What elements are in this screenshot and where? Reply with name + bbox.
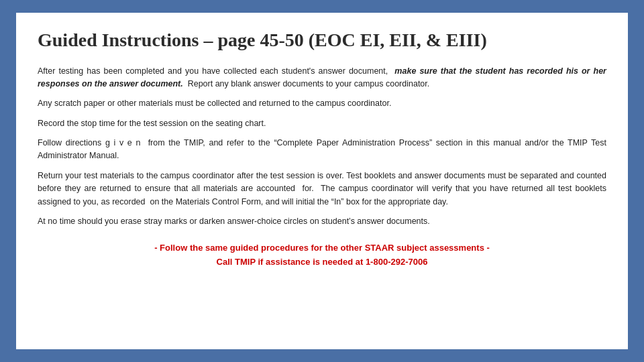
paragraph-6: At no time should you erase stray marks …	[38, 215, 606, 228]
slide-title: Guided Instructions – page 45-50 (EOC EI…	[38, 29, 606, 52]
paragraph-1: After testing has been completed and you…	[38, 65, 606, 91]
paragraph-2: Any scratch paper or other materials mus…	[38, 97, 606, 110]
paragraph-3: Record the stop time for the test sessio…	[38, 117, 606, 130]
slide-body: After testing has been completed and you…	[38, 65, 606, 336]
slide-container: Guided Instructions – page 45-50 (EOC EI…	[13, 10, 631, 352]
footer-line-2: Call TMIP if assistance is needed at 1-8…	[217, 257, 428, 267]
paragraph-5: Return your test materials to the campus…	[38, 170, 606, 208]
footer-line-1: - Follow the same guided procedures for …	[154, 243, 490, 253]
paragraph-4: Follow directions g i v e n from the TMI…	[38, 137, 606, 163]
footer-note: - Follow the same guided procedures for …	[38, 241, 606, 269]
bold-italic-text: make sure that the student has recorded …	[38, 66, 606, 88]
